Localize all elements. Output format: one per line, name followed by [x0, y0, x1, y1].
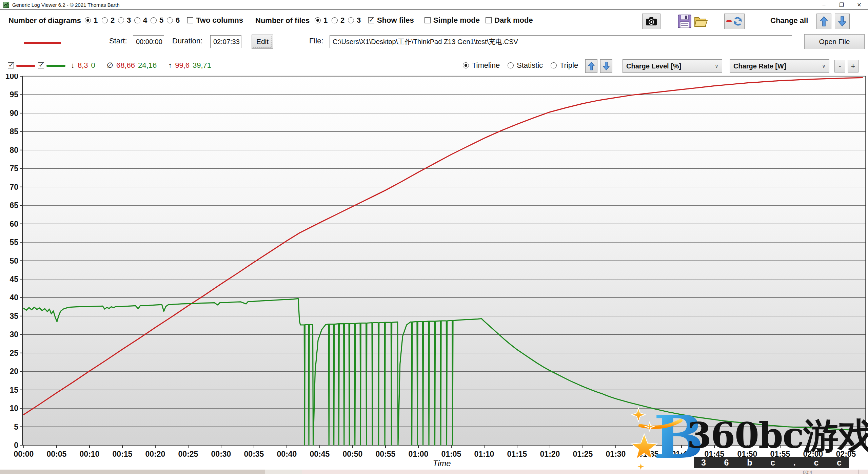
watermark-text: 360bc游戏: [687, 413, 868, 460]
file-path-input[interactable]: C:\Users\X1\Desktop\工作\ThinkPad Z13 Gen1…: [330, 35, 792, 48]
radio-icon[interactable]: [551, 62, 557, 68]
dark-mode-checkbox[interactable]: Dark mode: [486, 16, 533, 25]
open-folder-button[interactable]: [694, 14, 708, 30]
diagrams-radio-6[interactable]: 6: [167, 16, 180, 25]
radio-icon[interactable]: [463, 62, 469, 68]
radio-icon[interactable]: [151, 17, 157, 23]
files-radio-1[interactable]: 1: [315, 16, 328, 25]
start-input[interactable]: 00:00:00: [133, 35, 164, 48]
series-statistics: ↓ 8,3 0 ∅ 68,66 24,16 ↑ 99,6 39,71: [71, 61, 211, 70]
screenshot-button[interactable]: [642, 14, 660, 29]
open-file-button[interactable]: Open File: [804, 34, 865, 49]
y-tick-label: 95: [9, 90, 18, 99]
y-tick-label: 15: [9, 386, 18, 394]
save-button[interactable]: [677, 14, 692, 30]
radio-icon[interactable]: [332, 17, 338, 23]
diagrams-radio-4[interactable]: 4: [134, 16, 147, 25]
change-all-down-button[interactable]: [835, 14, 850, 29]
toolbar: Number of diagrams 1 2 3 4 5 6 Two colum…: [0, 11, 868, 32]
x-tick-label: 01:20: [540, 450, 560, 458]
strip-partial-text: 00:4: [803, 470, 812, 474]
duration-input[interactable]: 02:07:33: [210, 35, 241, 48]
y-tick-label: 55: [9, 238, 18, 247]
arrow-down-icon: [838, 16, 846, 26]
max-red-value: 99,6: [175, 61, 190, 70]
diagram-move-up-button[interactable]: [585, 59, 597, 73]
min-stat: ↓ 8,3 0: [71, 61, 95, 70]
y-tick-label: 45: [9, 275, 18, 284]
radio-icon[interactable]: [102, 17, 108, 23]
zoom-in-button[interactable]: +: [848, 60, 859, 73]
avg-symbol-icon: ∅: [107, 61, 113, 70]
radio-icon[interactable]: [167, 17, 173, 23]
zoom-out-button[interactable]: -: [834, 60, 845, 73]
files-radio-2[interactable]: 2: [332, 16, 344, 25]
app-logo-icon: [3, 2, 9, 8]
diagrams-radio-1[interactable]: 1: [85, 16, 98, 25]
radio-icon[interactable]: [508, 62, 514, 68]
y-tick-label: 20: [9, 367, 18, 376]
view-radio-triple[interactable]: Triple: [551, 61, 578, 70]
series1-visible-checkbox[interactable]: [8, 62, 14, 68]
close-button[interactable]: ✕: [850, 0, 868, 9]
x-tick-label: 00:40: [277, 450, 297, 458]
x-tick-label: 01:10: [474, 450, 494, 458]
x-tick-label: 01:15: [507, 450, 527, 458]
radio-icon[interactable]: [85, 17, 91, 23]
view-radio-statistic[interactable]: Statistic: [508, 61, 543, 70]
duration-label: Duration:: [172, 37, 202, 45]
window-title: Generic Log Viewer 6.2 - © 2021 Thomas B…: [12, 2, 120, 8]
arrow-up-icon: [588, 62, 595, 70]
min-green-value: 0: [91, 61, 95, 70]
radio-icon[interactable]: [134, 17, 140, 23]
view-radio-timeline[interactable]: Timeline: [463, 61, 500, 70]
diagrams-radio-5[interactable]: 5: [151, 16, 163, 25]
camera-icon: [646, 17, 657, 26]
radio-icon[interactable]: [348, 17, 354, 23]
arrow-down-icon: [603, 62, 610, 70]
series2-visible-checkbox[interactable]: [38, 62, 44, 68]
line-refresh-button[interactable]: [724, 14, 745, 29]
y-tick-label: 85: [9, 127, 18, 136]
series2-select[interactable]: Charge Rate [W] ∨: [730, 59, 829, 73]
diagram-move-down-button[interactable]: [600, 59, 612, 73]
checkbox-icon[interactable]: [425, 17, 431, 23]
simple-mode-checkbox[interactable]: Simple mode: [425, 16, 480, 25]
change-all-up-button[interactable]: [816, 14, 831, 29]
y-tick-label: 10: [9, 404, 18, 413]
title-bar: Generic Log Viewer 6.2 - © 2021 Thomas B…: [0, 0, 868, 10]
diagrams-label: Number of diagrams: [8, 16, 81, 25]
strip-segment: [302, 470, 868, 474]
chevron-down-icon: ∨: [822, 63, 826, 69]
edit-button[interactable]: Edit: [252, 35, 273, 49]
diagrams-radio-3[interactable]: 3: [118, 16, 131, 25]
avg-red-value: 68,66: [116, 61, 135, 70]
chevron-down-icon: ∨: [715, 63, 718, 69]
radio-icon[interactable]: [118, 17, 124, 23]
series1-select[interactable]: Charge Level [%] ∨: [623, 59, 722, 73]
y-tick-label: 0: [14, 441, 18, 450]
diagrams-radio-2[interactable]: 2: [102, 16, 115, 25]
file1-color-line: [24, 42, 61, 44]
file-row: Start: 00:00:00 Duration: 02:07:33 Edit …: [0, 32, 868, 53]
y-tick-label: 60: [9, 220, 18, 228]
y-tick-label: 30: [9, 330, 18, 339]
y-tick-label: 25: [9, 349, 18, 357]
minimize-button[interactable]: –: [815, 0, 833, 9]
checkbox-icon[interactable]: [486, 17, 492, 23]
two-columns-checkbox[interactable]: Two columns: [187, 16, 243, 25]
x-tick-label: 00:05: [47, 450, 67, 458]
series1-color-swatch: [16, 65, 35, 67]
restore-button[interactable]: ❐: [833, 0, 850, 9]
watermark-url-bar: 3 6 b c . c c: [694, 457, 849, 468]
max-arrow-icon: ↑: [168, 61, 172, 70]
y-tick-label: 5: [14, 423, 18, 431]
y-tick-label: 70: [9, 183, 18, 191]
files-radio-3[interactable]: 3: [348, 16, 361, 25]
show-files-checkbox[interactable]: Show files: [368, 16, 414, 25]
chart-header: ↓ 8,3 0 ∅ 68,66 24,16 ↑ 99,6 39,71 Timel…: [0, 58, 868, 74]
radio-icon[interactable]: [315, 17, 321, 23]
checkbox-icon[interactable]: [187, 17, 193, 23]
checkbox-icon[interactable]: [368, 17, 374, 23]
avg-stat: ∅ 68,66 24,16: [107, 61, 157, 70]
